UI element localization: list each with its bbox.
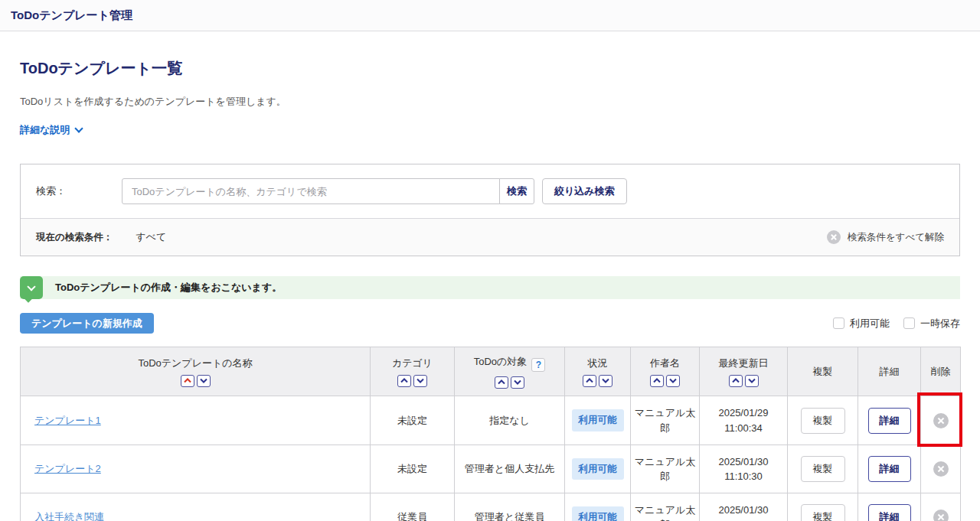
- column-header-delete: 削除: [921, 347, 961, 396]
- delete-icon[interactable]: [933, 510, 949, 521]
- help-icon[interactable]: ?: [531, 358, 545, 372]
- target-cell: 管理者と個人支払先: [455, 445, 565, 493]
- filter-checkbox-available-label: 利用可能: [850, 317, 890, 331]
- copy-button[interactable]: 複製: [801, 408, 845, 434]
- search-input[interactable]: [122, 178, 500, 204]
- column-header-status: 状況: [565, 347, 631, 396]
- sort-asc-button[interactable]: [181, 375, 194, 387]
- status-filter-checkboxes: 利用可能 一時保存: [833, 317, 960, 331]
- table-row: テンプレート1 未設定 指定なし 利用可能 マニュアル太郎 2025/01/29…: [21, 396, 961, 445]
- sort-asc-button[interactable]: [397, 375, 411, 387]
- column-header-name: ToDoテンプレートの名称: [21, 347, 371, 396]
- detailed-description-link[interactable]: 詳細な説明: [20, 123, 82, 137]
- refine-search-button[interactable]: 絞り込み検索: [542, 178, 627, 204]
- sort-desc-button[interactable]: [599, 375, 612, 387]
- template-name-link[interactable]: テンプレート2: [34, 463, 101, 474]
- category-cell: 未設定: [371, 445, 455, 493]
- column-header-copy: 複製: [788, 347, 858, 396]
- table-row: テンプレート2 未設定 管理者と個人支払先 利用可能 マニュアル太郎 2025/…: [21, 445, 961, 493]
- sort-desc-button[interactable]: [197, 375, 211, 387]
- app-title: ToDoテンプレート管理: [11, 8, 132, 23]
- notice-text: ToDoテンプレートの作成・編集をおこないます。: [55, 281, 282, 295]
- status-badge: 利用可能: [572, 506, 624, 521]
- table-header-row: ToDoテンプレートの名称 カテゴリ: [21, 347, 961, 396]
- template-name-link[interactable]: 入社手続き関連: [34, 511, 104, 521]
- current-condition-row: 現在の検索条件： すべて 検索条件をすべて解除: [21, 218, 959, 256]
- target-cell: 指定なし: [455, 396, 565, 445]
- template-table: ToDoテンプレートの名称 カテゴリ: [20, 347, 961, 521]
- column-header-detail: 詳細: [858, 347, 921, 396]
- detailed-description-label: 詳細な説明: [20, 123, 70, 137]
- delete-icon[interactable]: [933, 413, 949, 428]
- clear-all-conditions-label: 検索条件をすべて解除: [848, 231, 944, 244]
- template-name-link[interactable]: テンプレート1: [34, 415, 101, 426]
- search-label: 検索：: [36, 184, 122, 198]
- sort-desc-button[interactable]: [666, 375, 680, 387]
- checkbox-icon: [833, 317, 844, 329]
- template-table-wrapper: ToDoテンプレートの名称 カテゴリ: [20, 347, 960, 521]
- clear-x-icon: [827, 230, 841, 244]
- copy-button[interactable]: 複製: [801, 456, 845, 482]
- page-title: ToDoテンプレート一覧: [20, 58, 960, 79]
- column-header-updated: 最終更新日: [700, 347, 788, 396]
- delete-icon[interactable]: [933, 461, 949, 477]
- create-template-button[interactable]: テンプレートの新規作成: [20, 313, 154, 334]
- search-row: 検索： 検索 絞り込み検索: [21, 164, 959, 218]
- author-cell: マニュアル太郎: [631, 493, 700, 521]
- page-description: ToDoリストを作成するためのテンプレートを管理します。: [20, 95, 960, 109]
- current-condition-value: すべて: [136, 230, 166, 244]
- column-header-category: カテゴリ: [371, 347, 455, 396]
- main-content: ToDoテンプレート一覧 ToDoリストを作成するためのテンプレートを管理します…: [0, 58, 980, 521]
- top-header-bar: ToDoテンプレート管理: [0, 0, 980, 31]
- detail-button[interactable]: 詳細: [868, 504, 911, 521]
- filter-checkbox-available[interactable]: 利用可能: [833, 317, 890, 331]
- column-header-target: ToDoの対象?: [455, 347, 565, 396]
- current-condition-label: 現在の検索条件：: [36, 231, 113, 244]
- author-cell: マニュアル太郎: [631, 396, 700, 445]
- status-badge: 利用可能: [572, 409, 624, 431]
- status-badge: 利用可能: [572, 458, 624, 480]
- filter-checkbox-draft-label: 一時保存: [920, 317, 960, 331]
- search-button[interactable]: 検索: [499, 178, 534, 204]
- actions-row: テンプレートの新規作成 利用可能 一時保存: [20, 313, 960, 334]
- sort-asc-button[interactable]: [729, 375, 743, 387]
- updated-cell: 2025/01/2911:00:34: [700, 396, 788, 445]
- sort-desc-button[interactable]: [413, 375, 427, 387]
- copy-button[interactable]: 複製: [801, 504, 845, 521]
- updated-cell: 2025/01/3011:51:53: [700, 493, 788, 521]
- target-cell: 管理者と従業員: [455, 493, 565, 521]
- updated-cell: 2025/01/3011:10:30: [700, 445, 788, 493]
- sort-asc-button[interactable]: [650, 375, 664, 387]
- category-cell: 従業員: [371, 493, 455, 521]
- screen: ToDoテンプレート管理 ToDoテンプレート一覧 ToDoリストを作成するため…: [0, 0, 980, 521]
- notice-banner: ToDoテンプレートの作成・編集をおこないます。: [20, 276, 960, 299]
- table-row: 入社手続き関連 従業員 管理者と従業員 利用可能 マニュアル太郎 2025/01…: [21, 493, 961, 521]
- author-cell: マニュアル太郎: [631, 445, 700, 493]
- sort-asc-button[interactable]: [495, 376, 508, 389]
- category-cell: 未設定: [371, 396, 455, 445]
- search-panel: 検索： 検索 絞り込み検索 現在の検索条件： すべて 検索条件をすべて解除: [20, 164, 960, 256]
- notice-bubble-chevron-icon: [20, 276, 43, 299]
- sort-desc-button[interactable]: [745, 375, 759, 387]
- clear-all-conditions-button[interactable]: 検索条件をすべて解除: [827, 230, 944, 244]
- sort-asc-button[interactable]: [583, 375, 596, 387]
- checkbox-icon: [903, 317, 915, 329]
- detail-button[interactable]: 詳細: [868, 408, 911, 434]
- sort-desc-button[interactable]: [511, 376, 524, 389]
- filter-checkbox-draft[interactable]: 一時保存: [903, 317, 960, 331]
- chevron-down-icon: [75, 124, 83, 132]
- column-header-author: 作者名: [631, 347, 700, 396]
- detail-button[interactable]: 詳細: [868, 456, 911, 482]
